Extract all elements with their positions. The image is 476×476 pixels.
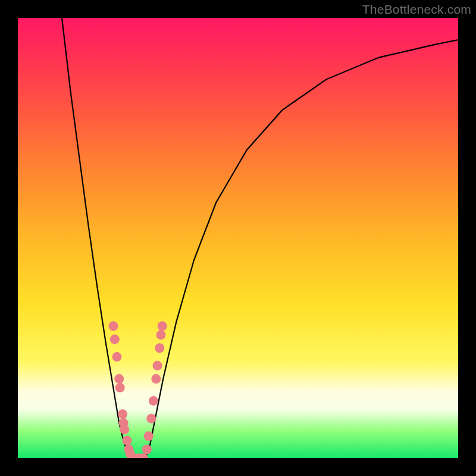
marker-dot <box>158 321 167 331</box>
marker-dot <box>155 343 164 353</box>
marker-group <box>109 321 167 458</box>
marker-dot <box>120 425 129 434</box>
marker-dot <box>123 436 132 445</box>
marker-dot <box>146 414 156 423</box>
marker-dot <box>156 330 166 340</box>
marker-dot <box>114 374 124 384</box>
marker-dot <box>112 352 122 362</box>
marker-dot <box>118 409 127 419</box>
outer-frame: TheBottleneck.com <box>0 0 476 476</box>
marker-dot <box>151 374 161 384</box>
series-right-curve <box>146 40 458 458</box>
marker-dot <box>153 361 162 371</box>
marker-dot <box>115 383 125 393</box>
plot-area <box>18 18 458 458</box>
marker-dot <box>144 431 154 441</box>
marker-dot <box>142 444 152 454</box>
marker-dot <box>149 396 158 406</box>
watermark-text: TheBottleneck.com <box>362 2 471 17</box>
chart-svg <box>18 18 458 458</box>
marker-dot <box>110 334 120 344</box>
marker-dot <box>109 321 118 331</box>
